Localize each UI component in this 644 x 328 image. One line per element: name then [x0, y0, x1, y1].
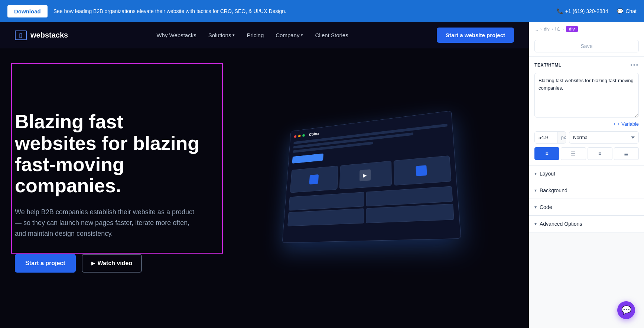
breadcrumb-sep-3: › — [562, 27, 563, 31]
top-banner: Download See how leading B2B organizatio… — [0, 0, 644, 22]
nav-link-company[interactable]: Company ▾ — [276, 32, 303, 38]
mockup-grid-item-4 — [366, 204, 454, 224]
chat-link[interactable]: 💬 Chat — [617, 8, 637, 14]
hero-right: Coinx ▶ — [215, 48, 529, 328]
align-right-button[interactable]: ≡ — [588, 147, 612, 160]
save-button[interactable]: Save — [534, 40, 639, 52]
phone-number: +1 (619) 320-2884 — [565, 8, 608, 14]
phone-icon: 📞 — [557, 8, 563, 14]
breadcrumb: ... › div › h1 › div — [529, 22, 644, 36]
hero-left: Blazing fast websites for blazing fast-m… — [0, 48, 215, 328]
align-right-icon: ≡ — [598, 151, 601, 157]
advanced-title: Advanced Options — [540, 221, 582, 227]
nav-bar: [] webstacks Why Webstacks Solutions ▾ P… — [0, 22, 529, 48]
variable-link[interactable]: + + Variable — [534, 121, 639, 127]
breadcrumb-h1[interactable]: h1 — [555, 26, 560, 32]
nav-cta-button[interactable]: Start a website project — [437, 28, 514, 43]
watch-video-button[interactable]: ▶ Watch video — [82, 254, 142, 273]
phone-link[interactable]: 📞 +1 (619) 320-2884 — [557, 8, 608, 14]
chat-bubble-button[interactable]: 💬 — [617, 301, 635, 319]
banner-right: 📞 +1 (619) 320-2884 💬 Chat — [557, 8, 637, 14]
breadcrumb-div[interactable]: div — [544, 26, 549, 32]
code-chevron-icon: ▾ — [534, 205, 537, 210]
advanced-chevron-icon: ▾ — [534, 221, 537, 226]
mockup-play-icon: ▶ — [360, 169, 371, 181]
website-preview: [] webstacks Why Webstacks Solutions ▾ P… — [0, 22, 529, 328]
save-section: Save — [529, 36, 644, 57]
nav-logo: [] webstacks — [15, 30, 68, 40]
nav-link-pricing[interactable]: Pricing — [247, 32, 264, 38]
code-title: Code — [540, 204, 552, 210]
layout-header[interactable]: ▾ Layout — [529, 165, 644, 182]
advanced-header[interactable]: ▾ Advanced Options — [529, 216, 644, 232]
breadcrumb-active[interactable]: div — [566, 26, 578, 32]
logo-text: webstacks — [30, 31, 68, 39]
layout-title: Layout — [540, 171, 555, 177]
align-row: ≡ ☰ ≡ ≣ — [534, 147, 639, 160]
variable-label: + Variable — [617, 121, 639, 127]
banner-message: See how leading B2B organizations elevat… — [53, 8, 286, 14]
code-header[interactable]: ▾ Code — [529, 199, 644, 215]
play-icon: ▶ — [91, 261, 95, 266]
chat-icon: 💬 — [617, 8, 623, 14]
text-html-section: TEXT/HTML ••• + + Variable px Normal ≡ — [529, 57, 644, 165]
size-input-group: px — [534, 131, 566, 144]
align-center-icon: ☰ — [571, 151, 576, 157]
text-html-menu[interactable]: ••• — [630, 62, 639, 68]
banner-left: Download See how leading B2B organizatio… — [7, 5, 286, 17]
size-input[interactable] — [535, 132, 557, 143]
download-button[interactable]: Download — [7, 5, 48, 17]
advanced-section: ▾ Advanced Options — [529, 216, 644, 232]
main-container: [] webstacks Why Webstacks Solutions ▾ P… — [0, 22, 644, 328]
breadcrumb-dots[interactable]: ... — [534, 26, 538, 32]
nav-link-clients[interactable]: Client Stories — [315, 32, 348, 38]
nav-link-why[interactable]: Why Webstacks — [156, 32, 196, 38]
background-title: Background — [540, 187, 567, 193]
mockup-card-2: ▶ — [339, 161, 391, 189]
mockup-cta-btn — [292, 154, 323, 164]
font-style-select[interactable]: Normal — [569, 131, 639, 144]
hero-heading: Blazing fast websites for blazing fast-m… — [15, 111, 201, 196]
company-chevron-icon: ▾ — [301, 33, 303, 38]
mockup-grid — [287, 186, 454, 226]
nav-link-solutions[interactable]: Solutions ▾ — [208, 32, 235, 38]
mockup-body: ▶ — [287, 124, 454, 226]
mockup-card-1 — [290, 165, 338, 193]
variable-plus-icon: + — [613, 121, 616, 127]
mockup-screen: Coinx ▶ — [282, 110, 461, 243]
align-center-button[interactable]: ☰ — [561, 147, 586, 160]
breadcrumb-sep-1: › — [540, 27, 541, 31]
code-section: ▾ Code — [529, 199, 644, 216]
align-justify-icon: ≣ — [624, 151, 628, 157]
solutions-chevron-icon: ▾ — [232, 33, 235, 38]
align-justify-button[interactable]: ≣ — [614, 147, 639, 160]
mockup-card-icon-3 — [416, 165, 427, 176]
text-html-header: TEXT/HTML ••• — [534, 62, 639, 68]
logo-icon: [] — [15, 30, 27, 40]
dot-yellow — [298, 135, 301, 137]
mockup-logo-text: Coinx — [309, 131, 319, 137]
mockup-card-icon-1 — [309, 174, 318, 184]
mockup-grid-item-3 — [287, 208, 364, 226]
breadcrumb-sep-2: › — [552, 27, 553, 31]
chat-label: Chat — [625, 8, 637, 14]
size-row: px Normal — [534, 131, 639, 144]
hero-section: Blazing fast websites for blazing fast-m… — [0, 48, 529, 328]
background-header[interactable]: ▾ Background — [529, 182, 644, 199]
layout-chevron-icon: ▾ — [534, 171, 537, 176]
text-html-textarea[interactable] — [534, 73, 639, 118]
mockup-grid-item-2 — [366, 186, 453, 206]
dot-green — [302, 134, 305, 137]
nav-links: Why Webstacks Solutions ▾ Pricing Compan… — [156, 32, 348, 38]
hero-subtext: We help B2B companies establish their we… — [15, 207, 201, 239]
chat-bubble-icon: 💬 — [621, 305, 631, 315]
dot-red — [294, 135, 297, 138]
mockup-container: Coinx ▶ — [280, 109, 481, 265]
start-project-button[interactable]: Start a project — [15, 254, 76, 273]
align-left-button[interactable]: ≡ — [534, 147, 559, 160]
background-section: ▾ Background — [529, 182, 644, 199]
align-left-icon: ≡ — [546, 151, 549, 157]
text-html-title: TEXT/HTML — [534, 62, 562, 68]
background-chevron-icon: ▾ — [534, 188, 537, 193]
layout-section: ▾ Layout — [529, 165, 644, 182]
